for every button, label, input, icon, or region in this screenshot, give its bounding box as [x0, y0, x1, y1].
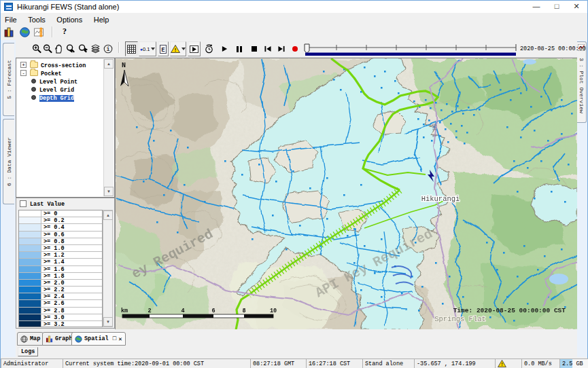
tree-scrollbar[interactable]: ▲ ▼ — [103, 59, 114, 196]
restore-tab-icon[interactable]: □ — [113, 335, 116, 342]
svg-text:6: 6 — [211, 308, 215, 314]
maximize-button[interactable]: □ — [547, 1, 567, 12]
app-window: Hikurangi FEWS (Stand alone) — □ ✕ File … — [0, 0, 588, 368]
legend-label: >= 1.2 — [41, 252, 102, 258]
legend-label: >= 0.2 — [41, 217, 102, 223]
legend-row[interactable]: >= 1.2 — [19, 252, 102, 259]
current-date-label: 2020-08-25 00:00:00 CST — [520, 45, 588, 52]
menu-file[interactable]: File — [1, 14, 21, 24]
zoom-out-icon[interactable] — [43, 41, 53, 56]
close-button[interactable]: ✕ — [566, 1, 587, 12]
legend-label: >= 2.4 — [41, 293, 102, 299]
svg-text:!: ! — [174, 48, 177, 53]
legend-scrollbar[interactable]: ▲ ▼ — [103, 210, 113, 327]
tab-plot-overview[interactable]: 3 : Plot Overview — [576, 41, 587, 123]
legend-row[interactable]: >= 2.0 — [19, 280, 102, 287]
legend-row[interactable]: >= 0.4 — [19, 224, 102, 231]
legend-row[interactable]: >= 3.0 — [19, 314, 102, 321]
legend-row[interactable]: >= 0.6 — [19, 232, 102, 238]
svg-text:10: 10 — [270, 308, 277, 314]
tree-item-level-grid[interactable]: Level Grid — [18, 86, 103, 94]
timer-icon[interactable] — [204, 41, 214, 56]
legend-label: >= 2.8 — [41, 308, 102, 314]
toolbar-separator — [52, 26, 53, 37]
skip-to-end-button[interactable] — [278, 41, 285, 56]
tab-spatial[interactable]: Spatial □ ✕ — [71, 332, 126, 346]
legend-label: >= 2.2 — [41, 287, 102, 293]
animation-panel-button[interactable] — [188, 41, 201, 56]
legend-swatch — [19, 224, 41, 230]
skip-to-start-button[interactable] — [264, 41, 271, 56]
legend-row[interactable]: >= 0.8 — [19, 238, 102, 245]
scroll-up-icon[interactable]: ▲ — [103, 210, 113, 220]
legend-swatch — [19, 245, 41, 251]
map-view[interactable]: N ey Required API Key Required Hikurangi… — [115, 58, 577, 329]
zoom-in-icon[interactable] — [32, 41, 42, 56]
menu-tools[interactable]: Tools — [24, 14, 50, 24]
logs-button[interactable]: Logs — [18, 347, 38, 356]
layers-icon[interactable] — [90, 41, 101, 56]
legend-row[interactable]: >= 2.4 — [19, 293, 102, 300]
stop-button[interactable] — [251, 41, 257, 56]
info-icon[interactable]: i — [103, 41, 113, 56]
scroll-down-icon[interactable]: ▼ — [103, 317, 113, 327]
legend-row[interactable]: >= 1.6 — [19, 266, 102, 273]
collapse-icon[interactable]: - — [20, 70, 27, 76]
record-button[interactable] — [292, 41, 298, 56]
legend-swatch — [19, 314, 41, 320]
tree-item-level-point[interactable]: Level Point — [18, 77, 103, 86]
pause-button[interactable] — [236, 41, 242, 56]
timeline-handle[interactable] — [305, 44, 309, 53]
legend-row[interactable]: >= 3.2 — [19, 321, 102, 327]
legend-row[interactable]: >= 1.0 — [19, 245, 102, 252]
zoom-previous-icon[interactable] — [65, 41, 77, 56]
class-interval-dropdown[interactable]: ●0.1 — [139, 41, 156, 56]
legend-row[interactable]: >= 1.8 — [19, 273, 102, 280]
tab-map[interactable]: Map — [17, 332, 44, 346]
legend-swatch — [19, 273, 41, 279]
menu-options[interactable]: Options — [52, 14, 86, 24]
legend-row[interactable]: >= 2.2 — [19, 287, 102, 293]
database-icon[interactable] — [4, 27, 14, 37]
legend-label: >= 0.6 — [41, 232, 102, 238]
minimize-button[interactable]: — — [526, 1, 547, 12]
help-button[interactable]: ? — [63, 26, 67, 37]
expand-icon[interactable]: + — [20, 62, 27, 68]
warning-dropdown[interactable]: ! — [170, 41, 186, 56]
legend-swatch — [19, 308, 41, 314]
legend-row[interactable]: >= 0.2 — [19, 217, 102, 224]
close-tab-icon[interactable]: ✕ — [118, 335, 122, 343]
globe-icon[interactable] — [20, 27, 30, 37]
legend-row[interactable]: >= 0 — [19, 210, 102, 217]
scroll-up-icon[interactable]: ▲ — [104, 59, 114, 69]
legend-row[interactable]: >= 2.8 — [19, 308, 102, 314]
legend-label: >= 2.6 — [41, 300, 102, 306]
right-tab-strip: 3 : Plot Overview — [576, 40, 587, 357]
tree-item-depth-grid[interactable]: Depth Grid — [18, 94, 103, 102]
legend-label: >= 3.0 — [41, 314, 102, 320]
timeseries-icon[interactable] — [34, 27, 46, 37]
menu-help[interactable]: Help — [90, 14, 114, 24]
tree-item-pocket[interactable]: - Pocket — [18, 69, 103, 77]
grid-button[interactable] — [125, 41, 138, 56]
town-label: Hikurangi — [421, 195, 460, 203]
pan-hand-icon[interactable] — [54, 41, 64, 56]
tab-forecast[interactable]: 5 : Forecast — [3, 43, 14, 116]
scroll-down-icon[interactable]: ▼ — [104, 187, 114, 196]
zoom-next-icon[interactable] — [77, 41, 89, 56]
play-button[interactable] — [222, 41, 228, 56]
tab-data-viewer[interactable]: 6 : Data Viewer — [3, 119, 14, 204]
menu-bar: File Tools Options Help — [1, 13, 587, 24]
spatial-tab-icon — [75, 335, 82, 343]
legend-swatch — [19, 252, 41, 258]
legend-row[interactable]: >= 1.4 — [19, 259, 102, 265]
lake — [523, 59, 536, 65]
main-toolbar: ? — [1, 24, 587, 40]
timeline-slider[interactable] — [304, 42, 517, 56]
last-value-checkbox[interactable] — [20, 200, 27, 207]
legend-row[interactable]: >= 2.6 — [19, 300, 102, 307]
legend-swatch — [19, 321, 41, 327]
status-warning-icon[interactable]: ! — [498, 360, 506, 367]
layer-bullet-icon — [31, 87, 36, 92]
legend-edit-button[interactable]: E — [158, 41, 169, 56]
